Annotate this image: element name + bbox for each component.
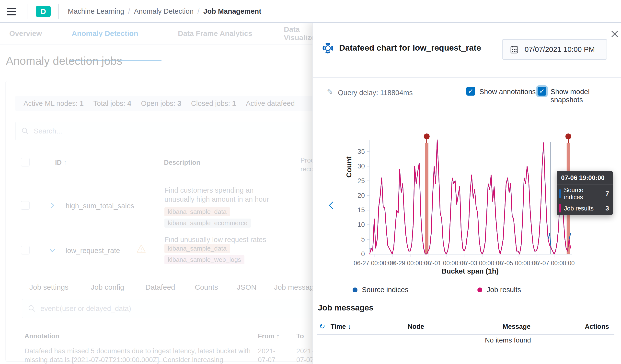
y-tick-label: 20 — [358, 192, 365, 199]
legend-label-job-results[interactable]: Job results — [487, 286, 521, 294]
tooltip-timestamp: 07-06 19:00:00 — [557, 171, 613, 185]
series-color-bar — [559, 189, 561, 198]
annotation-band[interactable] — [425, 143, 429, 254]
breadcrumb-separator: / — [197, 7, 199, 16]
header-divider — [58, 4, 59, 19]
y-tick-label: 35 — [358, 148, 365, 155]
refresh-icon[interactable]: ↻ — [319, 322, 325, 331]
datafeed-chart-icon — [322, 42, 334, 54]
flyout-divider — [313, 77, 621, 78]
legend-dot-job-results — [477, 287, 482, 292]
column-header-time[interactable]: Time ↓ — [330, 323, 351, 331]
breadcrumb-item-current: Job Management — [203, 7, 261, 16]
y-tick-label: 15 — [358, 206, 365, 214]
y-tick-label: 0 — [361, 250, 365, 258]
y-tick-label: 10 — [358, 221, 365, 228]
calendar-icon — [510, 45, 519, 54]
table-divider — [317, 334, 614, 335]
breadcrumb-separator: / — [128, 7, 130, 16]
breadcrumb: Machine Learning / Anomaly Detection / J… — [68, 0, 261, 23]
show-model-snapshots-label: Show model snapshots — [551, 88, 621, 104]
job-messages-title: Job messages — [318, 303, 373, 313]
app-header: D Machine Learning / Anomaly Detection /… — [0, 0, 621, 23]
tooltip-series-value: 3 — [605, 205, 609, 212]
menu-icon[interactable] — [5, 6, 17, 17]
y-tick-label: 30 — [358, 163, 365, 170]
chevron-left-icon[interactable] — [326, 200, 337, 211]
x-tick-label: 07-05 00:00:00 — [498, 260, 538, 266]
column-header-node[interactable]: Node — [408, 323, 424, 331]
header-divider — [27, 4, 27, 19]
series-color-bar — [559, 204, 561, 213]
chart-tooltip: 07-06 19:00:00 Source indices 7 Job resu… — [557, 171, 613, 215]
legend-dot-source-indices — [353, 287, 358, 292]
flyout-title: Datafeed chart for low_request_rate — [339, 43, 481, 52]
show-model-snapshots-checkbox[interactable]: ✓ — [537, 87, 546, 96]
empty-table-message: No items found — [367, 336, 621, 344]
column-header-message[interactable]: Message — [502, 323, 531, 331]
legend-label-source-indices[interactable]: Source indices — [362, 286, 408, 294]
x-axis-title: Bucket span (1h) — [397, 267, 543, 275]
breadcrumb-item[interactable]: Machine Learning — [68, 7, 124, 16]
date-picker-value: 07/07/2021 10:00 PM — [525, 45, 595, 53]
tooltip-series-label: Job results — [564, 205, 594, 212]
sort-desc-icon: ↓ — [348, 323, 351, 330]
y-tick-label: 25 — [358, 177, 365, 184]
x-tick-label: 06-27 00:00:00 — [354, 260, 395, 266]
date-picker[interactable]: 07/07/2021 10:00 PM — [502, 39, 607, 60]
column-header-actions: Actions — [585, 323, 609, 331]
tooltip-series-value: 7 — [605, 190, 609, 198]
table-divider — [317, 349, 614, 349]
y-tick-label: 5 — [361, 236, 365, 243]
deployment-avatar[interactable]: D — [36, 6, 51, 17]
tooltip-row: Job results 3 — [557, 202, 613, 215]
edit-icon[interactable]: ✎ — [327, 88, 333, 96]
series-line-job-results — [370, 140, 570, 254]
x-tick-label: 07-01 00:00:00 — [426, 260, 466, 266]
breadcrumb-item[interactable]: Anomaly Detection — [134, 7, 193, 16]
tooltip-row: Source indices 7 — [557, 185, 613, 202]
show-annotations-checkbox[interactable]: ✓ — [466, 87, 475, 96]
overlay-mask — [0, 23, 313, 364]
x-tick-label: 07-07 00:00:00 — [534, 260, 575, 266]
show-annotations-label: Show annotations — [479, 88, 536, 96]
datafeed-chart-flyout: Datafeed chart for low_request_rate 07/0… — [312, 23, 621, 364]
tooltip-series-label: Source indices — [564, 186, 603, 201]
x-tick-label: 07-03 00:00:00 — [462, 260, 502, 266]
close-icon[interactable] — [609, 29, 620, 39]
x-tick-label: 06-29 00:00:00 — [390, 260, 431, 266]
query-delay-label: Query delay: 118804ms — [338, 89, 413, 97]
